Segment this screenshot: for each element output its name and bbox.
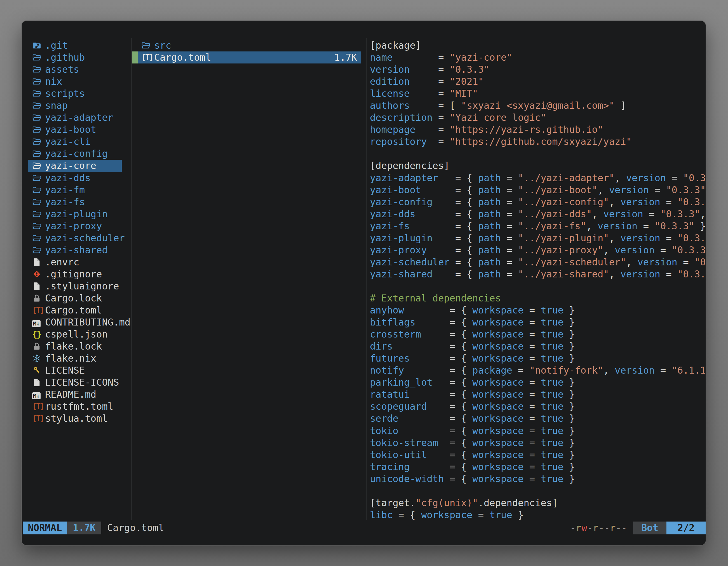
folder-icon: [32, 186, 45, 195]
file-label: Cargo.toml: [154, 51, 211, 64]
sidebar-item[interactable]: yazi-dds: [22, 172, 131, 184]
sidebar-item[interactable]: yazi-proxy: [22, 220, 131, 232]
sidebar-item-label: .git: [45, 39, 68, 51]
status-filename: Cargo.toml: [107, 522, 164, 534]
sidebar-item[interactable]: yazi-shared: [22, 244, 131, 256]
sidebar-item[interactable]: {}cspell.json: [22, 328, 131, 340]
parent-pane[interactable]: .git .github assets nix scripts snap yaz…: [22, 39, 131, 425]
sidebar-item[interactable]: yazi-adapter: [22, 112, 131, 124]
folder-icon: [32, 113, 45, 122]
sidebar-item[interactable]: .git: [22, 39, 131, 51]
sidebar-item[interactable]: yazi-config: [22, 148, 131, 160]
file-icon: [32, 378, 45, 387]
sidebar-item-selected[interactable]: yazi-core: [28, 160, 122, 172]
folder-icon: [141, 41, 154, 50]
file-permissions: -rw-r--r--: [570, 522, 627, 534]
sidebar-item-label: yazi-proxy: [45, 220, 102, 232]
markdown-icon: M↓: [32, 388, 45, 400]
folder-icon: [32, 246, 45, 255]
json-icon: {}: [32, 328, 45, 340]
lock-icon: [32, 293, 45, 303]
sidebar-item[interactable]: M↓CONTRIBUTING.md: [22, 316, 131, 328]
sidebar-item-label: rustfmt.toml: [45, 400, 113, 412]
yazi-window: .git .github assets nix scripts snap yaz…: [22, 21, 706, 545]
file-icon: [32, 258, 45, 267]
folder-icon: [32, 210, 45, 219]
folder-icon: [32, 234, 45, 243]
sidebar-item[interactable]: nix: [22, 76, 131, 88]
lock-icon: [32, 342, 45, 351]
sidebar-item[interactable]: [T]Cargo.toml: [22, 304, 131, 316]
sidebar-item-label: .envrc: [45, 256, 79, 268]
folder-icon: [32, 161, 45, 170]
sidebar-item[interactable]: yazi-boot: [22, 124, 131, 136]
sidebar-item[interactable]: .envrc: [22, 256, 131, 268]
sidebar-item[interactable]: .gitignore: [22, 268, 131, 280]
hover-marker: [132, 51, 138, 64]
sidebar-item[interactable]: Cargo.lock: [22, 292, 131, 304]
toml-icon: [T]: [32, 400, 45, 412]
sidebar-item[interactable]: yazi-scheduler: [22, 232, 131, 244]
sidebar-item[interactable]: scripts: [22, 88, 131, 100]
folder-icon: [32, 125, 45, 134]
toml-icon: [T]: [32, 412, 45, 424]
sidebar-item[interactable]: yazi-fm: [22, 184, 131, 196]
sidebar-item[interactable]: .styluaignore: [22, 280, 131, 292]
file-row-src[interactable]: src: [131, 39, 367, 51]
file-row-selected[interactable]: [T]Cargo.toml1.7K: [132, 51, 361, 64]
sidebar-item[interactable]: [T]stylua.toml: [22, 412, 131, 424]
sidebar-item[interactable]: [T]rustfmt.toml: [22, 400, 131, 412]
sidebar-item[interactable]: snap: [22, 100, 131, 112]
folder-icon: [32, 65, 45, 74]
sidebar-item-label: yazi-fs: [45, 196, 85, 208]
preview-pane[interactable]: [package]name = "yazi-core"version = "0.…: [367, 39, 706, 520]
sidebar-item[interactable]: LICENSE-ICONS: [22, 376, 131, 388]
folder-icon: [32, 173, 45, 183]
sidebar-item[interactable]: yazi-fs: [22, 196, 131, 208]
preview-lines: [package]name = "yazi-core"version = "0.…: [367, 39, 706, 520]
sidebar-item-label: flake.lock: [45, 340, 102, 352]
toml-icon: [T]: [32, 304, 45, 316]
sidebar-item-label: LICENSE-ICONS: [45, 376, 119, 388]
current-pane[interactable]: src [T]Cargo.toml1.7K: [131, 39, 367, 64]
toml-icon: [T]: [141, 51, 154, 64]
sidebar-item[interactable]: flake.nix: [22, 352, 131, 364]
folder-icon: [32, 137, 45, 146]
sidebar-item[interactable]: yazi-plugin: [22, 208, 131, 220]
sidebar-item[interactable]: LICENSE: [22, 364, 131, 376]
pane-divider: [131, 38, 132, 520]
git-folder-icon: [32, 41, 45, 50]
sidebar-item-label: flake.nix: [45, 352, 96, 364]
sidebar-item-label: Cargo.lock: [45, 292, 102, 304]
sidebar-item-label: yazi-cli: [45, 136, 91, 148]
sidebar-item-label: yazi-boot: [45, 124, 96, 136]
sidebar-item[interactable]: yazi-cli: [22, 136, 131, 148]
sidebar-item-label: yazi-adapter: [45, 112, 113, 124]
sidebar-item-label: yazi-dds: [45, 172, 91, 184]
sidebar-item-label: yazi-core: [45, 160, 96, 172]
folder-icon: [32, 53, 45, 62]
sidebar-item[interactable]: assets: [22, 64, 131, 76]
sidebar-item-label: assets: [45, 64, 79, 76]
sidebar-item-label: .styluaignore: [45, 280, 119, 292]
file-icon: [32, 282, 45, 291]
git-ignore-icon: [32, 270, 45, 279]
folder-icon: [32, 77, 45, 86]
sidebar-item-label: stylua.toml: [45, 412, 108, 424]
status-file-size: 1.7K: [67, 522, 101, 534]
snowflake-icon: [32, 354, 45, 363]
folder-icon: [32, 149, 45, 158]
sidebar-item[interactable]: M↓README.md: [22, 388, 131, 400]
scroll-position-badge: Bot: [633, 522, 666, 534]
folder-icon: [32, 89, 45, 98]
sidebar-item[interactable]: flake.lock: [22, 340, 131, 352]
sidebar-item-label: .github: [45, 51, 85, 64]
sidebar-item-label: yazi-config: [45, 148, 108, 160]
folder-icon: [32, 101, 45, 110]
file-size: 1.7K: [334, 51, 361, 64]
sidebar-item-label: .gitignore: [45, 268, 102, 280]
sidebar-item[interactable]: .github: [22, 51, 131, 64]
sidebar-item-label: Cargo.toml: [45, 304, 102, 316]
sidebar-item-label: yazi-shared: [45, 244, 108, 256]
status-bar: NORMAL 1.7K Cargo.toml -rw-r--r-- Bot 2/…: [22, 522, 706, 534]
